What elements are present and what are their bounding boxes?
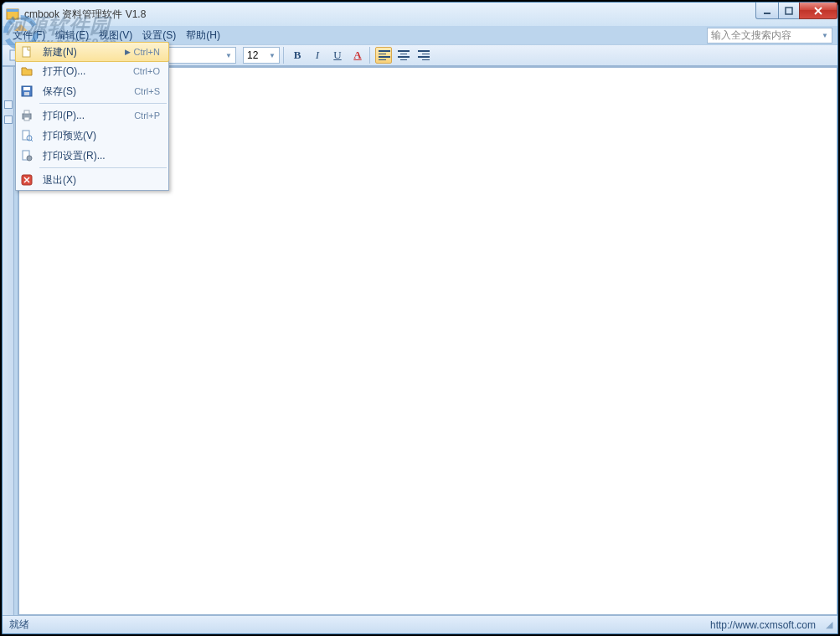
menu-separator [39,103,167,104]
font-color-button[interactable]: A [349,47,366,64]
svg-rect-8 [23,47,30,57]
chevron-down-icon: ▼ [225,52,232,59]
file-menu-dropdown: 新建(N) ▶ Ctrl+N 打开(O)... Ctrl+O 保存(S) Ctr… [15,42,169,191]
close-button[interactable] [799,3,837,19]
underline-button[interactable]: U [329,47,346,64]
menu-separator [39,167,167,168]
menu-item-print[interactable]: 打印(P)... Ctrl+P [16,105,168,126]
chevron-down-icon: ▼ [822,32,828,39]
statusbar: 就绪 http://www.cxmsoft.com ◢ [3,615,837,633]
toolbar-separator [369,47,370,64]
menu-label: 打印(P)... [43,109,85,123]
status-text: 就绪 [9,618,29,632]
align-left-button[interactable] [375,47,392,64]
menu-item-save[interactable]: 保存(S) Ctrl+S [16,81,168,101]
menu-label: 退出(X) [43,173,76,187]
new-file-icon [20,45,33,59]
menu-label: 打印设置(R)... [43,149,106,163]
chevron-down-icon: ▼ [269,52,276,59]
italic-button[interactable]: I [309,47,326,64]
menu-help[interactable]: 帮助(H) [181,27,225,44]
app-icon [6,8,19,21]
menu-item-open[interactable]: 打开(O)... Ctrl+O [16,61,168,81]
menu-shortcut: Ctrl+N [134,47,160,57]
bold-button[interactable]: B [289,47,306,64]
menu-label: 保存(S) [43,85,76,99]
minimize-button[interactable] [755,3,779,19]
toolbar-separator [283,47,284,64]
svg-rect-14 [24,117,29,121]
side-panel [3,67,14,615]
menu-label: 打印预览(V) [43,129,96,143]
svg-rect-10 [23,87,30,90]
print-icon [20,109,33,122]
menu-shortcut: Ctrl+S [134,86,160,96]
search-input[interactable]: 输入全文搜索内容 ▼ [707,28,832,44]
side-tab-2[interactable] [4,115,13,124]
menu-item-print-preview[interactable]: 打印预览(V) [16,126,168,146]
menu-shortcut: Ctrl+O [133,66,160,76]
print-preview-icon [20,129,33,142]
search-placeholder: 输入全文搜索内容 [711,28,791,43]
menu-item-print-setup[interactable]: 打印设置(R)... [16,146,168,166]
resize-grip[interactable]: ◢ [826,619,831,630]
menu-label: 打开(O)... [43,64,85,79]
svg-rect-1 [7,9,18,12]
svg-rect-3 [786,8,792,14]
svg-rect-2 [764,13,770,14]
menu-item-exit[interactable]: 退出(X) [16,170,168,190]
status-url: http://www.cxmsoft.com [710,619,816,631]
menu-item-new[interactable]: 新建(N) ▶ Ctrl+N [15,42,169,62]
align-right-button[interactable] [415,47,432,64]
print-setup-icon [20,149,33,162]
open-folder-icon [20,64,33,78]
exit-icon [20,173,33,187]
window-title: cmbook 资料管理软件 V1.8 [24,8,146,22]
side-tab-1[interactable] [4,100,13,109]
save-icon [20,85,33,98]
svg-rect-15 [23,131,29,140]
titlebar: cmbook 资料管理软件 V1.8 [3,3,837,26]
align-center-button[interactable] [395,47,412,64]
font-size-select[interactable]: 12 ▼ [243,47,280,64]
menu-shortcut: Ctrl+P [134,110,160,121]
font-size: 12 [247,49,258,61]
svg-rect-11 [24,92,29,95]
svg-point-18 [27,156,32,161]
svg-rect-13 [24,110,29,114]
submenu-arrow-icon: ▶ [125,48,131,56]
maximize-button[interactable] [778,3,800,19]
menu-label: 新建(N) [43,45,77,59]
